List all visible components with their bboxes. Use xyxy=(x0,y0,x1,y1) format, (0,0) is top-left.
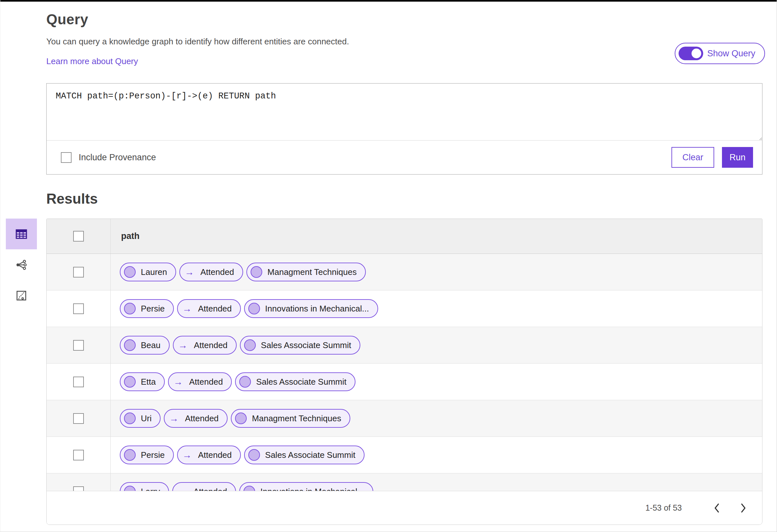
entity-label: Sales Associate Summit xyxy=(265,450,355,460)
entity-node-icon xyxy=(235,413,247,424)
relation-label: Attended xyxy=(194,340,228,350)
entity-label: Etta xyxy=(141,377,156,387)
row-checkbox[interactable] xyxy=(73,303,84,314)
arrow-right-icon: → xyxy=(177,340,189,351)
table-header-row: path xyxy=(46,219,762,254)
relation-pill[interactable]: →Attended xyxy=(164,409,228,428)
entity-label: Beau xyxy=(141,340,160,350)
table-row: Beau →Attended Sales Associate Summit xyxy=(46,327,762,363)
chevron-right-icon xyxy=(739,503,748,513)
window-top-border xyxy=(0,0,777,2)
relation-pill[interactable]: →Attended xyxy=(177,299,241,318)
show-query-label: Show Query xyxy=(707,48,755,59)
include-provenance-option[interactable]: Include Provenance xyxy=(61,152,156,163)
entity-pill[interactable]: Innovations in Mechanical... xyxy=(244,299,378,318)
network-graph-icon xyxy=(15,258,28,271)
relation-label: Attended xyxy=(200,267,234,277)
entity-node-icon xyxy=(239,376,251,388)
entity-node-icon xyxy=(243,486,255,491)
graph-view-button[interactable] xyxy=(6,249,37,280)
pagination-range: 1-53 of 53 xyxy=(645,503,682,513)
arrow-right-icon: → xyxy=(177,486,188,491)
table-view-icon xyxy=(15,227,28,241)
entity-label: Sales Associate Summit xyxy=(256,377,346,387)
entity-node-icon xyxy=(124,339,136,351)
entity-node-icon xyxy=(244,339,256,351)
column-header-path: path xyxy=(111,219,762,253)
query-page: Query You can query a knowledge graph to… xyxy=(0,0,777,532)
chart-view-button[interactable] xyxy=(6,280,37,311)
entity-pill[interactable]: Etta xyxy=(120,373,165,391)
relation-pill[interactable]: →Attended xyxy=(179,262,243,281)
relation-pill[interactable]: →Attended xyxy=(173,336,237,354)
entity-pill[interactable]: Managment Techniques xyxy=(246,262,366,281)
entity-node-icon xyxy=(124,266,136,278)
row-checkbox[interactable] xyxy=(73,267,84,278)
pagination-bar: 1-53 of 53 xyxy=(46,491,762,525)
table-body[interactable]: Lauren →Attended Managment Techniques Pe… xyxy=(46,254,762,491)
entity-pill[interactable]: Sales Associate Summit xyxy=(240,336,360,354)
row-checkbox[interactable] xyxy=(73,377,84,387)
entity-pill[interactable]: Uri xyxy=(120,409,160,428)
select-all-cell xyxy=(46,219,111,253)
results-table: path Lauren →Attended Managment Techniqu… xyxy=(46,219,762,525)
entity-pill[interactable]: Sales Associate Summit xyxy=(244,445,364,464)
query-actions: Clear Run xyxy=(671,147,753,168)
show-query-toggle[interactable]: Show Query xyxy=(675,43,765,64)
entity-node-icon xyxy=(124,303,136,314)
entity-pill[interactable]: Lauren xyxy=(120,262,176,281)
arrow-right-icon: → xyxy=(181,303,193,314)
table-view-button[interactable] xyxy=(6,219,37,249)
relation-label: Attended xyxy=(189,377,223,387)
relation-pill[interactable]: →Attended xyxy=(172,482,236,491)
relation-label: Attended xyxy=(198,304,232,314)
row-checkbox[interactable] xyxy=(73,340,84,351)
entity-pill[interactable]: Sales Associate Summit xyxy=(235,373,355,391)
entity-node-icon xyxy=(124,413,136,424)
relation-label: Attended xyxy=(198,450,232,460)
table-row: Etta →Attended Sales Associate Summit xyxy=(46,363,762,400)
learn-more-link[interactable]: Learn more about Query xyxy=(46,56,138,67)
entity-node-icon xyxy=(248,449,260,461)
entity-pill[interactable]: Persie xyxy=(120,445,174,464)
relation-pill[interactable]: →Attended xyxy=(168,373,232,391)
run-button[interactable]: Run xyxy=(722,147,753,168)
row-checkbox[interactable] xyxy=(73,450,84,460)
arrow-right-icon: → xyxy=(184,267,195,278)
entity-pill[interactable]: Persie xyxy=(120,299,174,318)
results-section: path Lauren →Attended Managment Techniqu… xyxy=(0,219,777,525)
entity-pill[interactable]: Innovations in Mechanical... xyxy=(239,482,373,491)
entity-node-icon xyxy=(250,266,262,278)
arrow-right-icon: → xyxy=(168,413,180,424)
table-row: Uri →Attended Managment Techniques xyxy=(46,400,762,437)
page-title: Query xyxy=(46,11,762,27)
entity-pill[interactable]: Larry xyxy=(120,482,169,491)
toggle-knob xyxy=(691,48,701,58)
previous-page-button[interactable] xyxy=(708,499,726,517)
arrow-right-icon: → xyxy=(181,450,193,460)
arrow-right-icon: → xyxy=(172,377,184,387)
query-input[interactable]: MATCH path=(p:Person)-[r]->(e) RETURN pa… xyxy=(46,84,762,140)
relation-label: Attended xyxy=(193,487,227,491)
select-all-checkbox[interactable] xyxy=(73,231,84,241)
query-toolbar: Include Provenance Clear Run xyxy=(46,140,762,174)
relation-pill[interactable]: →Attended xyxy=(177,445,241,464)
entity-label: Innovations in Mechanical... xyxy=(265,304,369,314)
include-provenance-checkbox[interactable] xyxy=(61,152,72,163)
entity-label: Larry xyxy=(141,487,160,491)
entity-label: Uri xyxy=(141,414,151,424)
next-page-button[interactable] xyxy=(734,499,752,517)
entity-label: Lauren xyxy=(141,267,167,277)
relation-label: Attended xyxy=(185,414,219,424)
entity-pill[interactable]: Managment Techniques xyxy=(231,409,350,428)
results-title: Results xyxy=(46,191,777,207)
clear-button[interactable]: Clear xyxy=(671,147,714,168)
row-checkbox[interactable] xyxy=(73,413,84,424)
entity-node-icon xyxy=(124,486,136,491)
entity-label: Managment Techniques xyxy=(267,267,357,277)
entity-node-icon xyxy=(124,449,136,461)
view-switcher xyxy=(6,219,37,311)
entity-pill[interactable]: Beau xyxy=(120,336,170,354)
table-row: Persie →Attended Innovations in Mechanic… xyxy=(46,291,762,327)
row-checkbox[interactable] xyxy=(73,486,84,491)
